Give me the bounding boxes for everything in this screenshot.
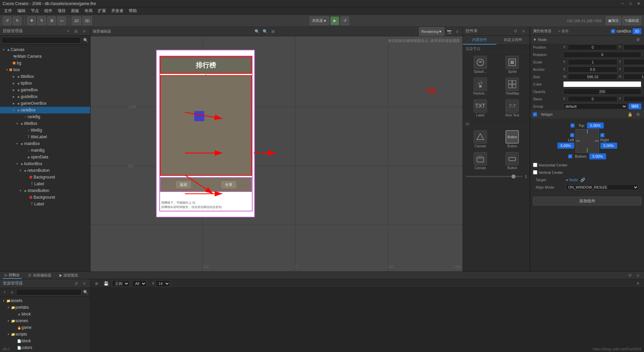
comp-slider-track[interactable]: [466, 176, 523, 177]
bottom-tab-animation[interactable]: ⏱ 动画编辑器: [26, 272, 53, 279]
prop-3d-btn[interactable]: 3D: [633, 28, 641, 34]
tree-item-label1[interactable]: T Label: [0, 181, 90, 187]
left-input[interactable]: [557, 143, 574, 149]
comp-item-sprite[interactable]: Sprite: [497, 54, 528, 75]
tree-item-tipbox[interactable]: ▶ ■ tipBox: [0, 80, 90, 87]
hierarchy-search[interactable]: [1, 37, 81, 44]
color-swatch[interactable]: [563, 81, 641, 87]
comp-item-button[interactable]: Button Button: [497, 129, 528, 149]
tree-item-buttonbox[interactable]: ▼ ■ buttonBox: [0, 160, 90, 167]
tree-item-rankbg[interactable]: ▪ rankBg: [0, 113, 90, 120]
asset-search-icon[interactable]: 🔍: [82, 289, 89, 296]
asset-item-scenes[interactable]: ▼ 📁 scenes: [0, 317, 90, 324]
menu-file[interactable]: 文件: [1, 7, 15, 14]
menu-project[interactable]: 项目: [55, 7, 68, 14]
target-link-btn[interactable]: 🔗: [579, 177, 586, 183]
tree-item-mainbox[interactable]: ▼ ■ mainBox: [0, 140, 90, 147]
hierarchy-search-icon[interactable]: 🔍: [82, 37, 89, 44]
widget-lock-btn[interactable]: 🔒: [627, 111, 633, 118]
position-x-input[interactable]: [568, 44, 618, 50]
right-checkbox[interactable]: ✓: [600, 133, 604, 137]
bottom-input[interactable]: [589, 153, 606, 159]
comp-item-canvas-ui[interactable]: Canvas: [465, 129, 496, 149]
tree-item-label2[interactable]: T Label: [0, 201, 90, 207]
scene-zoom-in[interactable]: 🔍: [262, 28, 268, 35]
scene-zoom-reset[interactable]: ⊞: [270, 28, 276, 35]
anchor-y-input[interactable]: [624, 66, 644, 72]
widget-checkbox[interactable]: ✓: [533, 112, 537, 116]
right-input[interactable]: [600, 143, 617, 149]
node-section-header[interactable]: ▼ Node ⚙: [530, 36, 644, 44]
asset-add-btn[interactable]: +: [1, 289, 8, 296]
scale-x-input[interactable]: [568, 59, 618, 65]
console-filter-regex[interactable]: 正则: [112, 280, 129, 287]
scale-y-input[interactable]: [624, 59, 644, 65]
comp-tab-custom[interactable]: 自定义控件: [496, 36, 530, 45]
console-font-size[interactable]: 14: [156, 280, 170, 287]
group-select[interactable]: default: [563, 103, 627, 109]
scene-canvas[interactable]: 按住鼠标右键移视图焦点, 使用滚轮缩放视图 1,000 500 -500 0 5…: [91, 36, 463, 271]
tree-item-rankbox[interactable]: ▼ ■ rankBox: [0, 107, 90, 113]
top-checkbox[interactable]: ✓: [571, 123, 575, 128]
menu-component[interactable]: 组件: [42, 7, 55, 14]
tree-item-gamebox[interactable]: ▶ ■ gameBox: [0, 87, 90, 93]
menu-layout[interactable]: 布局: [82, 7, 95, 14]
align-mode-select[interactable]: ON_WINDOW_RESIZE: [566, 184, 639, 190]
scene-zoom-out[interactable]: 🔍: [254, 28, 260, 35]
tree-item-canvas[interactable]: ▼ ■ Canvas: [0, 46, 90, 53]
move-tool[interactable]: ✥: [27, 16, 36, 25]
widget-settings-btn[interactable]: ⚙: [635, 111, 641, 118]
menu-extend[interactable]: 扩展: [95, 7, 109, 14]
console-clear-btn[interactable]: ⊗: [93, 280, 100, 287]
tree-item-box[interactable]: ▼ box: [0, 66, 90, 73]
left-checkbox[interactable]: ✓: [570, 133, 574, 137]
h-center-checkbox[interactable]: [533, 163, 537, 167]
add-component-btn[interactable]: 添加组件: [533, 197, 641, 205]
tree-item-titlebox[interactable]: ▶ ■ titleBox: [0, 73, 90, 80]
tree-item-background2[interactable]: Background: [0, 194, 90, 201]
rotate-tool[interactable]: ↻: [37, 16, 46, 25]
2d-btn[interactable]: 2D: [72, 16, 81, 25]
asset-item-game-scene[interactable]: 🔥 game: [0, 324, 90, 331]
console-filter-all[interactable]: All: [132, 280, 147, 287]
asset-item-block-prefab[interactable]: ◈ block: [0, 311, 90, 317]
hierarchy-search-btn[interactable]: ⊟: [73, 28, 79, 35]
refresh-btn[interactable]: ↺: [340, 16, 349, 25]
close-btn[interactable]: ✕: [636, 1, 641, 6]
asset-item-prefabs[interactable]: ▼ 📁 prefabs: [0, 304, 90, 311]
widget-section-header[interactable]: ✓ Widget 🔒 ⚙: [530, 110, 644, 118]
bottom-refresh-btn[interactable]: ↺: [627, 272, 633, 279]
console-close-btn[interactable]: ✕: [635, 280, 641, 287]
browser-btn[interactable]: 浏览器 ▼: [310, 16, 329, 25]
bottom-tab-game-preview[interactable]: ▶ 游戏预览: [57, 272, 80, 279]
top-input[interactable]: [587, 122, 604, 129]
comp-slider-thumb[interactable]: [512, 174, 516, 179]
tree-item-main-camera[interactable]: 📷 Main Camera: [0, 53, 90, 60]
comp-item-splash[interactable]: Splash...: [465, 54, 496, 75]
rotation-input[interactable]: [563, 52, 641, 58]
tree-item-titlebox2[interactable]: ▼ ■ titleBox: [0, 120, 90, 127]
anchor-x-input[interactable]: [568, 66, 618, 72]
bottom-checkbox[interactable]: ✓: [568, 154, 572, 158]
play-btn[interactable]: ▶: [330, 16, 339, 25]
menu-edit[interactable]: 编辑: [15, 7, 28, 14]
comp-item-canvas2[interactable]: Canvas: [465, 151, 496, 171]
tree-item-bg[interactable]: bg: [0, 60, 90, 66]
undo-btn[interactable]: ↺: [3, 16, 11, 25]
opacity-input[interactable]: [563, 89, 641, 95]
hierarchy-add-btn[interactable]: +: [65, 28, 71, 35]
rect-tool[interactable]: ▭: [57, 16, 66, 25]
skew-y-input[interactable]: [624, 96, 644, 102]
node-settings-btn[interactable]: ⚙: [635, 36, 641, 43]
group-edit-btn[interactable]: 编辑: [629, 103, 641, 109]
minimize-btn[interactable]: ─: [620, 1, 625, 6]
asset-more-btn[interactable]: ≡: [81, 280, 88, 287]
tree-item-returnbutton[interactable]: ▼ ■ returnButton: [0, 167, 90, 174]
tree-item-titlebg[interactable]: ▪ titleBg: [0, 127, 90, 134]
rendering-btn[interactable]: Rendering ▼: [419, 27, 444, 36]
comp-tab-builtin[interactable]: 内置控件: [463, 36, 496, 45]
menu-dev[interactable]: 开发者: [109, 7, 126, 14]
scene-camera-btn[interactable]: 📷: [446, 28, 452, 35]
comp-item-label[interactable]: TXT Label: [465, 98, 496, 118]
position-y-input[interactable]: [624, 44, 644, 50]
